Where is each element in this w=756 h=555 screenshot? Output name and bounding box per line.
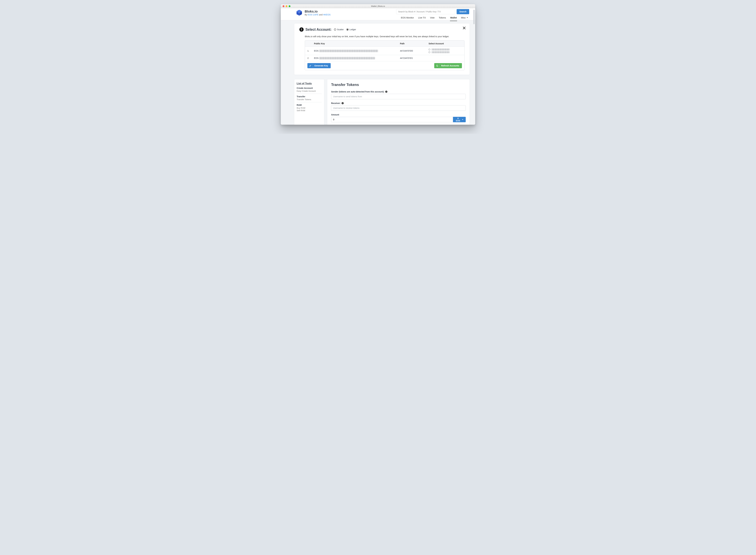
window-close-button[interactable] [283,5,284,7]
amount-input[interactable] [331,117,453,122]
row-index: 2. [305,55,312,61]
table-row: 1. EOS 44'/194'/0'/0/0 [305,47,464,55]
nav-item-wallet[interactable]: Wallet [450,15,457,21]
browser-window: Wallet | Bloks.io Bloks.io [281,4,475,125]
search-input[interactable] [396,9,455,14]
svg-point-5 [310,66,311,66]
radio-icon [334,29,336,31]
scrollbar-thumb[interactable] [473,10,475,24]
account-option[interactable] [428,49,462,50]
amount-label: Amount [331,114,466,116]
info-icon[interactable]: i [341,102,344,104]
chevron-down-icon [467,17,468,18]
th-public-key: Public Key [312,41,398,47]
window-titlebar: Wallet | Bloks.io [281,4,475,8]
nav-item-misc-label: Misc [461,16,466,19]
radio-scatter-label: Scatter [337,28,344,31]
site-header: Bloks.io By EOS CAFE and HKEOS Search EO… [281,8,475,20]
tool-link-buy-ram[interactable]: Buy RAM [297,107,322,109]
logo-cube-icon [296,9,302,16]
tool-link-transfer-tokens[interactable]: Transfer Tokens [297,98,322,101]
refresh-accounts-label: Refresh Accounts [441,65,459,67]
brand-byline: By EOS CAFE and HKEOS [305,13,331,16]
generate-key-button[interactable]: Generate Key [308,63,331,68]
sender-input[interactable] [331,94,466,99]
pk-prefix: EOS [314,50,319,52]
account-option[interactable] [428,51,462,53]
wallet-provider-radio-group: Scatter Ledger [334,28,356,31]
byline-and: and [319,13,323,16]
derivation-path: 44'/194'/0'/0/1 [397,55,426,61]
row-index: 1. [305,47,312,55]
th-select-account: Select Account [426,41,464,47]
generate-key-label: Generate Key [314,65,328,67]
tools-sidebar: List of Tools Create Account Easy Create… [294,79,324,125]
token-unit-dropdown[interactable]: 0 EOS [453,117,466,122]
derivation-path: 44'/194'/0'/0/0 [397,47,426,55]
window-zoom-button[interactable] [289,5,290,7]
byline-prefix: By [305,13,308,16]
byline-link-hkeos[interactable]: HKEOS [323,13,331,16]
token-unit-label: 0 EOS [456,117,461,122]
th-path: Path [397,41,426,47]
table-row: 2. EOS 44'/194'/0'/0/1 [305,55,464,61]
key-icon [309,65,312,67]
brand[interactable]: Bloks.io By EOS CAFE and HKEOS [296,9,331,16]
radio-scatter[interactable]: Scatter [334,28,344,31]
window-minimize-button[interactable] [286,5,287,7]
receiver-label: Receiver: i [331,102,466,104]
window-title: Wallet | Bloks.io [281,5,475,7]
transfer-panel: Transfer Tokens Sender (tokens are auto-… [327,79,470,125]
nav-item-tokens[interactable]: Tokens [438,15,446,21]
account-options [428,49,462,53]
sender-label: Sender (tokens are auto-detected from th… [331,90,466,93]
tool-group-heading: Transfer [297,95,322,98]
radio-icon [428,49,430,50]
tool-group-ram: RAM Buy RAM Sell RAM [297,102,322,113]
chevron-down-icon [462,119,463,120]
select-account-panel: 1 Select Account: Scatter Ledger [294,23,470,75]
radio-icon [428,51,430,53]
tool-group-create-account: Create Account Easy Create Account [297,87,322,94]
tool-group-heading: RAM [297,104,322,106]
search-button[interactable]: Search [457,9,469,14]
main-nav: EOS Monitor Live TX Vote Tokens Wallet M… [401,15,469,21]
redacted-account-name [431,49,450,50]
refresh-accounts-button[interactable]: Refresh Accounts [434,63,462,68]
transfer-title: Transfer Tokens [331,83,466,87]
tool-group-transfer: Transfer Transfer Tokens [297,94,322,102]
brand-name: Bloks.io [305,10,331,13]
pk-prefix: EOS [314,57,319,59]
tool-group-heading: Create Account [297,87,322,89]
refresh-icon [436,65,438,67]
close-panel-button[interactable] [462,26,466,31]
ledger-note: Bloks.io will only show your initial key… [305,35,465,38]
nav-item-misc[interactable]: Misc [461,15,468,21]
nav-item-vote[interactable]: Vote [430,15,435,21]
step-number-badge: 1 [299,28,303,32]
redacted-account-name [431,51,450,53]
redacted-public-key [319,50,378,52]
receiver-input[interactable] [331,105,466,111]
byline-link-eoscafe[interactable]: EOS CAFE [308,13,319,16]
tools-title: List of Tools [297,82,322,85]
redacted-public-key [319,57,375,59]
close-icon [462,26,466,30]
nav-item-live-tx[interactable]: Live TX [418,15,426,21]
radio-icon [346,29,348,31]
radio-ledger-label: Ledger [349,28,356,31]
key-table: Public Key Path Select Account 1. [305,40,465,70]
info-icon[interactable]: i [385,91,387,93]
radio-ledger[interactable]: Ledger [346,28,356,31]
nav-item-eos-monitor[interactable]: EOS Monitor [401,15,414,21]
step-title: Select Account: [305,28,332,32]
tool-link-easy-create-account[interactable]: Easy Create Account [297,90,322,92]
tool-link-sell-ram[interactable]: Sell RAM [297,110,322,112]
